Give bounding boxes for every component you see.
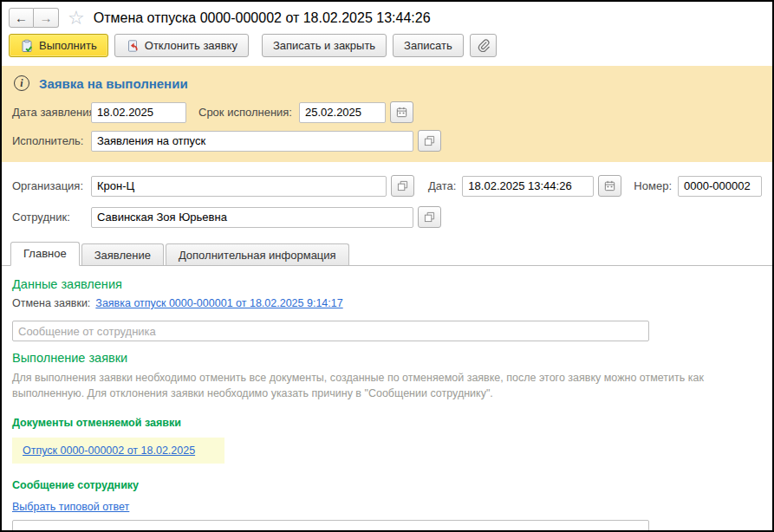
cancelled-request-link[interactable]: Заявка отпуск 0000-000001 от 18.02.2025 … xyxy=(95,297,342,309)
save-and-close-label: Записать и закрыть xyxy=(273,39,375,52)
choose-icon xyxy=(397,180,408,191)
document-header-form: Организация: Дата: xyxy=(2,162,772,228)
execute-button-label: Выполнить xyxy=(39,39,97,52)
message-to-employee-input[interactable] xyxy=(12,520,649,532)
organization-field[interactable] xyxy=(91,176,387,197)
info-icon: i xyxy=(14,75,29,91)
execute-button[interactable]: Выполнить xyxy=(9,34,108,57)
employee-message-input[interactable] xyxy=(12,321,649,341)
attachments-button[interactable] xyxy=(470,34,497,57)
execution-header: Выполнение заявки xyxy=(12,351,762,365)
message-to-employee-header: Сообщение сотруднику xyxy=(12,479,762,491)
calendar-icon xyxy=(603,179,616,192)
choose-typical-answer-link[interactable]: Выбрать типовой ответ xyxy=(12,501,129,513)
forward-button[interactable]: → xyxy=(34,8,59,28)
due-date-field[interactable] xyxy=(299,102,386,123)
vacation-document-link[interactable]: Отпуск 0000-000002 от 18.02.2025 xyxy=(23,444,195,457)
choose-icon xyxy=(424,135,435,146)
execution-note: Для выполнения заявки необходимо отменит… xyxy=(12,371,762,401)
status-banner: i Заявка на выполнении Дата заявления: С… xyxy=(2,66,772,162)
tab-strip: Главное Заявление Дополнительная информа… xyxy=(2,242,772,266)
tab-application[interactable]: Заявление xyxy=(81,243,164,265)
date-field[interactable] xyxy=(462,176,594,197)
execute-icon xyxy=(20,39,34,53)
employee-field[interactable] xyxy=(91,207,413,228)
tab-main[interactable]: Главное xyxy=(10,242,80,266)
number-field[interactable] xyxy=(678,176,762,197)
employee-label: Сотрудник: xyxy=(12,211,91,224)
decline-request-button[interactable]: Отклонить заявку xyxy=(114,34,249,57)
tab-additional-info[interactable]: Дополнительная информация xyxy=(166,243,349,265)
organization-label: Организация: xyxy=(12,179,91,192)
decline-button-label: Отклонить заявку xyxy=(145,39,237,52)
tab-content-main: Данные заявления Отмена заявки: Заявка о… xyxy=(2,266,772,532)
employee-choose-button[interactable] xyxy=(418,206,441,228)
save-button[interactable]: Записать xyxy=(393,34,464,57)
executor-label: Исполнитель: xyxy=(12,134,91,147)
forward-icon: → xyxy=(40,10,53,25)
page-title: Отмена отпуска 0000-000002 от 18.02.2025… xyxy=(94,10,431,26)
organization-choose-button[interactable] xyxy=(391,175,414,197)
history-nav: ← → xyxy=(9,8,59,28)
save-and-close-button[interactable]: Записать и закрыть xyxy=(262,34,387,57)
date-calendar-button[interactable] xyxy=(598,175,621,197)
decline-icon xyxy=(126,39,140,53)
due-date-calendar-button[interactable] xyxy=(390,101,413,123)
date-label: Дата: xyxy=(428,179,456,192)
status-text: Заявка на выполнении xyxy=(39,76,188,91)
choose-icon xyxy=(424,211,435,223)
back-button[interactable]: ← xyxy=(9,8,34,28)
due-date-label: Срок исполнения: xyxy=(198,106,292,119)
cancel-request-label: Отмена заявки: xyxy=(12,297,90,309)
request-date-label: Дата заявления: xyxy=(12,106,91,119)
command-toolbar: Выполнить Отклонить заявку Записать и за… xyxy=(2,30,772,65)
back-icon: ← xyxy=(15,10,28,25)
request-data-header: Данные заявления xyxy=(12,277,762,291)
save-button-label: Записать xyxy=(404,39,452,52)
title-bar: ← → ☆ Отмена отпуска 0000-000002 от 18.0… xyxy=(2,2,772,30)
executor-choose-button[interactable] xyxy=(418,130,441,152)
paperclip-icon xyxy=(477,39,490,52)
executor-field[interactable] xyxy=(91,131,413,152)
number-label: Номер: xyxy=(634,179,672,192)
documents-header: Документы отменяемой заявки xyxy=(12,417,762,429)
favorites-star-icon[interactable]: ☆ xyxy=(68,9,85,28)
calendar-icon xyxy=(395,106,408,119)
cancelled-document-row: Отпуск 0000-000002 от 18.02.2025 xyxy=(12,438,224,464)
request-date-field[interactable] xyxy=(91,102,186,123)
